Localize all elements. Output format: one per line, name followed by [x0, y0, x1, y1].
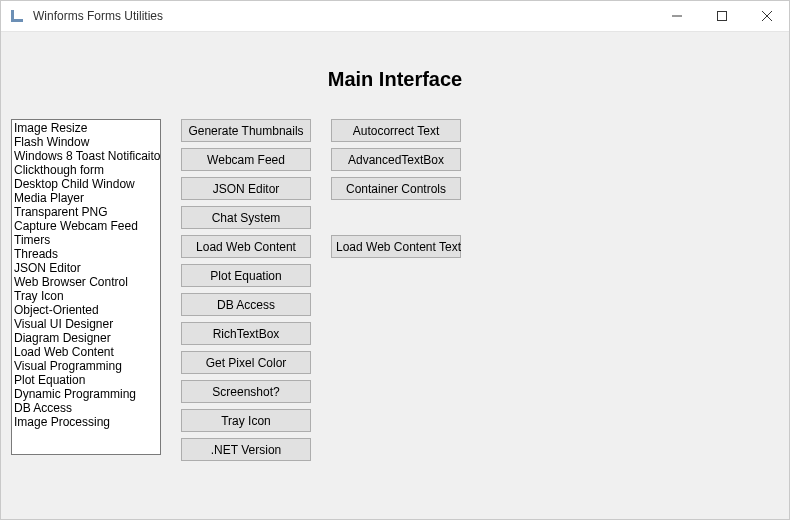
button-column-2: Autocorrect TextAdvancedTextBoxContainer… — [331, 119, 461, 461]
list-item[interactable]: Image Resize — [14, 121, 158, 135]
list-item[interactable]: Windows 8 Toast Notificaiton — [14, 149, 158, 163]
list-item[interactable]: Object-Oriented — [14, 303, 158, 317]
list-item[interactable]: Timers — [14, 233, 158, 247]
generate-thumbnails-button[interactable]: Generate Thumbnails — [181, 119, 311, 142]
list-item[interactable]: Visual UI Designer — [14, 317, 158, 331]
webcam-feed-button[interactable]: Webcam Feed — [181, 148, 311, 171]
list-item[interactable]: Plot Equation — [14, 373, 158, 387]
svg-rect-0 — [11, 10, 14, 22]
close-button[interactable] — [744, 1, 789, 31]
list-item[interactable]: DB Access — [14, 401, 158, 415]
list-item[interactable]: Capture Webcam Feed — [14, 219, 158, 233]
client-area: Main Interface Image ResizeFlash WindowW… — [1, 32, 789, 519]
list-item[interactable]: Image Processing — [14, 415, 158, 429]
list-item[interactable]: Web Browser Control — [14, 275, 158, 289]
get-pixel-color-button[interactable]: Get Pixel Color — [181, 351, 311, 374]
svg-rect-1 — [14, 19, 23, 22]
minimize-button[interactable] — [654, 1, 699, 31]
tray-icon-button[interactable]: Tray Icon — [181, 409, 311, 432]
button-column-1: Generate ThumbnailsWebcam FeedJSON Edito… — [181, 119, 311, 461]
content-row: Image ResizeFlash WindowWindows 8 Toast … — [1, 91, 789, 473]
net-version-button[interactable]: .NET Version — [181, 438, 311, 461]
db-access-button[interactable]: DB Access — [181, 293, 311, 316]
titlebar: Winforms Forms Utilities — [1, 1, 789, 32]
autocorrect-text-button[interactable]: Autocorrect Text — [331, 119, 461, 142]
load-web-content-text-button[interactable]: Load Web Content Text — [331, 235, 461, 258]
screenshot-button[interactable]: Screenshot? — [181, 380, 311, 403]
list-item[interactable]: Threads — [14, 247, 158, 261]
plot-equation-button[interactable]: Plot Equation — [181, 264, 311, 287]
richtextbox-button[interactable]: RichTextBox — [181, 322, 311, 345]
list-item[interactable]: Diagram Designer — [14, 331, 158, 345]
page-title: Main Interface — [1, 32, 789, 91]
app-icon — [9, 8, 25, 24]
list-item[interactable]: Desktop Child Window — [14, 177, 158, 191]
maximize-button[interactable] — [699, 1, 744, 31]
list-item[interactable]: Media Player — [14, 191, 158, 205]
list-item[interactable]: Flash Window — [14, 135, 158, 149]
list-item[interactable]: Transparent PNG — [14, 205, 158, 219]
list-item[interactable]: Visual Programming — [14, 359, 158, 373]
container-controls-button[interactable]: Container Controls — [331, 177, 461, 200]
list-item[interactable]: Dynamic Programming — [14, 387, 158, 401]
list-item[interactable]: Tray Icon — [14, 289, 158, 303]
load-web-content-button[interactable]: Load Web Content — [181, 235, 311, 258]
json-editor-button[interactable]: JSON Editor — [181, 177, 311, 200]
list-item[interactable]: Clickthough form — [14, 163, 158, 177]
advancedtextbox-button[interactable]: AdvancedTextBox — [331, 148, 461, 171]
svg-rect-3 — [717, 12, 726, 21]
app-window: Winforms Forms Utilities Main Interface … — [0, 0, 790, 520]
list-item[interactable]: Load Web Content — [14, 345, 158, 359]
window-title: Winforms Forms Utilities — [33, 9, 654, 23]
chat-system-button[interactable]: Chat System — [181, 206, 311, 229]
list-item[interactable]: JSON Editor — [14, 261, 158, 275]
button-columns: Generate ThumbnailsWebcam FeedJSON Edito… — [181, 119, 461, 461]
window-controls — [654, 1, 789, 31]
utilities-listbox[interactable]: Image ResizeFlash WindowWindows 8 Toast … — [11, 119, 161, 455]
